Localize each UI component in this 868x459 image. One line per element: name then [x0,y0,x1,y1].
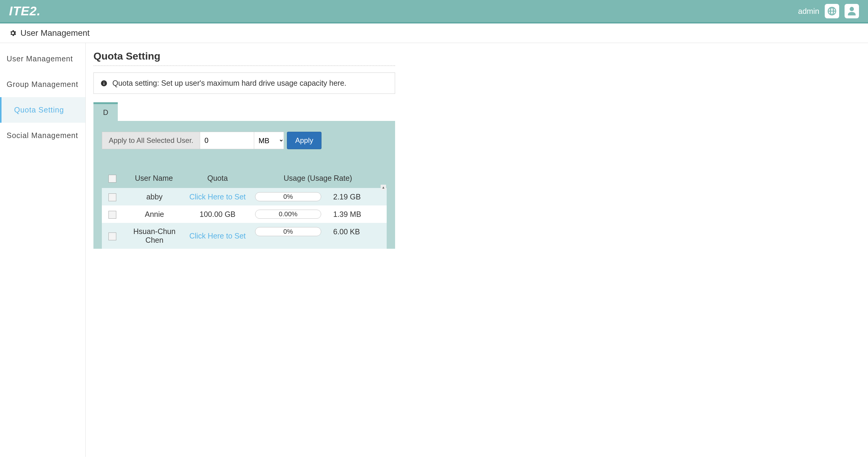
row-quota-link[interactable]: Click Here to Set [189,232,246,240]
row-usage-rate: 0.00% [255,210,321,219]
page-title: Quota Setting [93,50,395,62]
header-right: admin [798,4,859,18]
row-usage-rate: 0% [255,227,321,236]
current-user-label[interactable]: admin [798,7,819,16]
row-checkbox[interactable] [108,232,116,240]
apply-row: Apply to All Selected User. MB Apply [102,132,387,149]
user-icon [847,6,857,16]
row-checkbox[interactable] [108,211,116,219]
info-text: Quota setting: Set up user's maximum har… [112,79,346,88]
title-rule [93,65,395,66]
table-body: abby Click Here to Set 0% 2.19 GB Annie … [102,188,387,249]
apply-button[interactable]: Apply [287,132,321,149]
scroll-up-arrow[interactable]: ▲ [381,185,386,190]
row-quota-value[interactable]: 100.00 GB [199,210,236,219]
header-bar: ITE2. admin [0,0,868,24]
tab-label: D [103,108,108,116]
apply-value-input[interactable] [200,132,254,149]
tab-d[interactable]: D [93,102,118,121]
row-checkbox[interactable] [108,193,116,201]
apply-button-label: Apply [295,136,313,144]
column-username: User Name [123,170,186,188]
sidebar-item-label: Quota Setting [14,106,64,114]
info-box: Quota setting: Set up user's maximum har… [93,73,395,94]
sidebar-item-quota-setting[interactable]: Quota Setting [0,97,85,123]
select-all-checkbox[interactable] [108,175,116,182]
subheader: User Management [0,24,868,43]
table-row: Annie 100.00 GB 0.00% 1.39 MB [102,205,387,223]
sidebar-item-group-management[interactable]: Group Management [0,71,85,97]
table-row: abby Click Here to Set 0% 2.19 GB [102,188,387,205]
apply-unit-select[interactable]: MB [254,132,284,149]
panel: Apply to All Selected User. MB Apply Use… [93,121,395,249]
subheader-title: User Management [21,28,90,38]
row-usage-value: 6.00 KB [333,227,366,236]
row-quota-link[interactable]: Click Here to Set [189,193,246,201]
profile-button[interactable] [844,4,859,18]
quota-table: User Name Quota Usage (Usage Rate) abby … [102,170,387,249]
logo: ITE2. [9,4,40,18]
gear-icon [9,29,17,37]
row-usage-rate: 0% [255,192,321,201]
table-row: Hsuan-Chun Chen Click Here to Set 0% 6.0… [102,223,387,249]
apply-label: Apply to All Selected User. [102,132,200,149]
column-quota: Quota [186,170,249,188]
sidebar-item-label: User Management [7,54,73,63]
tab-row: D [93,102,395,121]
sidebar-item-label: Group Management [7,80,78,88]
globe-button[interactable] [825,4,839,18]
sidebar: User Management Group Management Quota S… [0,43,86,457]
row-usage-value: 1.39 MB [333,210,366,219]
column-usage: Usage (Usage Rate) [249,170,387,188]
sidebar-item-label: Social Management [7,131,78,140]
globe-icon [827,6,837,16]
sidebar-item-social-management[interactable]: Social Management [0,123,85,148]
row-username: abby [123,188,186,205]
sidebar-item-user-management[interactable]: User Management [0,46,85,71]
info-icon [100,80,107,87]
content-area: Quota Setting Quota setting: Set up user… [86,43,404,457]
row-username: Annie [123,205,186,223]
row-usage-value: 2.19 GB [333,193,366,201]
row-username: Hsuan-Chun Chen [123,223,186,249]
